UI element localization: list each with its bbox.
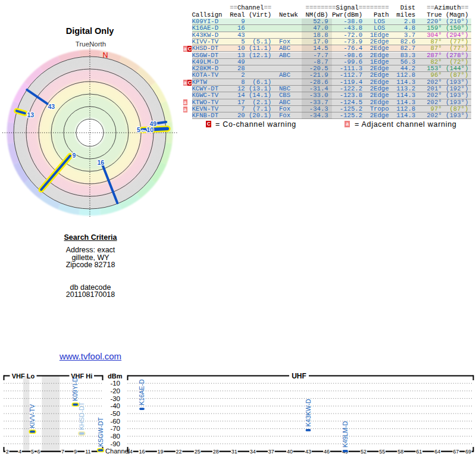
svg-text:22: 22 <box>176 449 182 455</box>
svg-text:K43KW-D: K43KW-D <box>305 399 312 427</box>
svg-text:KHSD-DT: KHSD-DT <box>78 402 85 430</box>
svg-text:43: 43 <box>305 449 311 455</box>
svg-text:37: 37 <box>268 449 274 455</box>
svg-text:11: 11 <box>85 449 90 455</box>
svg-text:31: 31 <box>231 449 237 455</box>
svg-text:UHF: UHF <box>292 372 306 380</box>
svg-text:-80: -80 <box>110 433 120 440</box>
svg-text:67: 67 <box>453 449 459 455</box>
svg-text:16: 16 <box>139 449 145 455</box>
svg-text:VHF Lo: VHF Lo <box>12 373 35 380</box>
svg-text:-20: -20 <box>110 387 120 395</box>
svg-text:Channel: Channel <box>105 447 130 455</box>
svg-text:-60: -60 <box>110 418 120 425</box>
svg-text:-10: -10 <box>110 380 120 387</box>
svg-text:K49LM-D: K49LM-D <box>342 421 349 447</box>
svg-text:6: 6 <box>37 449 40 455</box>
svg-text:34: 34 <box>250 449 256 455</box>
svg-text:K16AE-D: K16AE-D <box>138 379 145 405</box>
svg-text:46: 46 <box>324 449 330 455</box>
svg-text:dBm: dBm <box>108 373 123 380</box>
svg-text:KIVV-TV: KIVV-TV <box>29 404 36 428</box>
svg-text:-50: -50 <box>110 410 120 417</box>
svg-text:25: 25 <box>195 449 201 455</box>
svg-text:69: 69 <box>465 449 471 455</box>
svg-text:61: 61 <box>416 449 422 455</box>
svg-text:5: 5 <box>31 449 34 455</box>
svg-text:55: 55 <box>379 449 385 455</box>
svg-text:9: 9 <box>74 449 77 455</box>
svg-text:-30: -30 <box>110 395 120 402</box>
svg-text:-70: -70 <box>110 425 120 432</box>
svg-text:K09YI-D: K09YI-D <box>71 377 79 401</box>
svg-text:4: 4 <box>18 449 21 455</box>
svg-text:-90: -90 <box>110 440 120 447</box>
svg-text:58: 58 <box>397 449 403 455</box>
svg-text:7: 7 <box>61 449 64 455</box>
svg-text:28: 28 <box>213 449 219 455</box>
svg-text:KSGW-DT: KSGW-DT <box>97 417 104 447</box>
svg-text:-40: -40 <box>110 402 120 409</box>
svg-text:19: 19 <box>158 449 164 455</box>
svg-text:64: 64 <box>434 449 440 455</box>
svg-text:40: 40 <box>287 449 293 455</box>
svg-text:52: 52 <box>361 449 367 455</box>
svg-text:2: 2 <box>6 449 9 455</box>
